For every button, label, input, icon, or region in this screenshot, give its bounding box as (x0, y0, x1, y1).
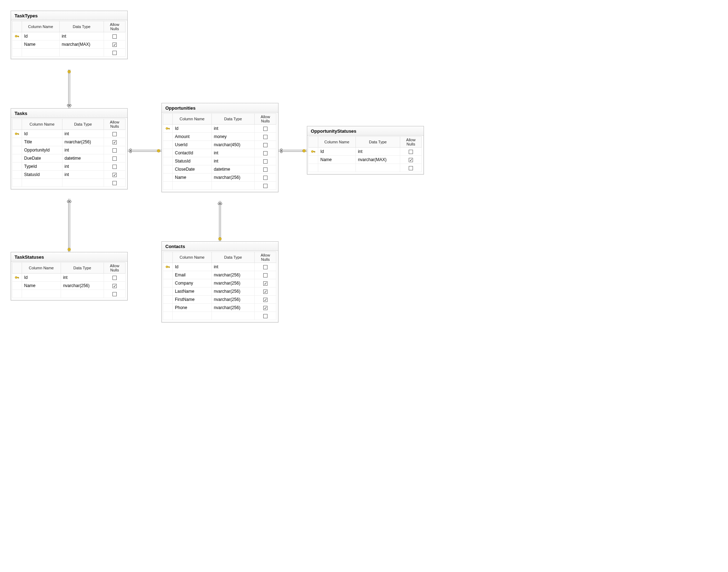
allow-nulls-checkbox[interactable] (263, 143, 268, 147)
allow-nulls-checkbox[interactable] (112, 284, 117, 288)
allow-nulls-checkbox[interactable] (112, 43, 117, 47)
column-type: int (211, 125, 254, 133)
allow-nulls-checkbox[interactable] (409, 150, 413, 154)
allow-nulls-checkbox[interactable] (112, 173, 117, 177)
allow-nulls-checkbox[interactable] (263, 159, 268, 164)
svg-point-9 (69, 200, 71, 202)
column-type: int (62, 130, 104, 138)
column-row-empty[interactable] (12, 179, 126, 187)
allow-nulls-checkbox[interactable] (409, 158, 413, 162)
column-row[interactable]: Idint (163, 263, 276, 271)
allow-nulls-checkbox[interactable] (112, 148, 117, 153)
entity-contacts[interactable]: ContactsColumn NameData TypeAllow NullsI… (161, 241, 278, 323)
allow-nulls-checkbox[interactable] (263, 314, 268, 318)
allow-nulls-checkbox[interactable] (112, 181, 117, 185)
allow-nulls-checkbox[interactable] (112, 276, 117, 280)
allow-nulls-checkbox[interactable] (263, 184, 268, 188)
column-row[interactable]: StatusIdint (163, 157, 276, 165)
entity-tasks[interactable]: TasksColumn NameData TypeAllow NullsIdin… (11, 108, 128, 189)
allow-nulls-checkbox[interactable] (263, 176, 268, 180)
header-column-name: Column Name (22, 21, 60, 32)
column-name: Id (22, 130, 62, 138)
allow-nulls-checkbox[interactable] (112, 165, 117, 169)
column-row[interactable]: Namenvarchar(MAX) (12, 40, 126, 49)
column-row[interactable]: LastNamenvarchar(256) (163, 287, 276, 296)
column-row[interactable]: Idint (12, 130, 126, 138)
column-row[interactable]: Namenvarchar(256) (12, 282, 126, 290)
column-type: nvarchar(256) (211, 174, 254, 182)
column-row[interactable]: ContactIdint (163, 149, 276, 157)
column-row[interactable]: Idint (12, 274, 126, 282)
column-row[interactable]: Namenvarchar(256) (163, 174, 276, 182)
column-row[interactable]: Phonenvarchar(256) (163, 304, 276, 312)
allow-nulls-checkbox[interactable] (112, 140, 117, 144)
columns-grid: Column NameData TypeAllow NullsIdintAmou… (163, 113, 276, 190)
header-allow-nulls: Allow Nulls (104, 263, 126, 274)
allow-nulls-checkbox[interactable] (409, 166, 413, 170)
column-type: int (62, 163, 104, 171)
entity-taskstatuses[interactable]: TaskStatusesColumn NameData TypeAllow Nu… (11, 252, 128, 301)
column-row-empty[interactable] (309, 164, 422, 172)
column-row[interactable]: Idint (309, 148, 422, 156)
primary-key-icon (165, 264, 170, 269)
column-row[interactable]: FirstNamenvarchar(256) (163, 296, 276, 304)
column-row[interactable]: DueDatedatetime (12, 154, 126, 163)
column-row-empty[interactable] (163, 312, 276, 320)
allow-nulls-checkbox[interactable] (263, 127, 268, 131)
allow-nulls-checkbox[interactable] (263, 281, 268, 286)
svg-point-20 (280, 149, 282, 150)
column-row[interactable]: OpportunityIdint (12, 146, 126, 154)
column-row[interactable]: Idint (12, 32, 126, 40)
allow-nulls-checkbox[interactable] (112, 34, 117, 39)
primary-key-icon (311, 149, 316, 154)
svg-point-11 (69, 249, 70, 250)
primary-key-icon (165, 126, 170, 131)
column-row[interactable]: Namenvarchar(MAX) (309, 156, 422, 164)
entity-opportunitystatuses[interactable]: OpportunityStatusesColumn NameData TypeA… (307, 126, 424, 175)
column-row[interactable]: TypeIdint (12, 163, 126, 171)
header-column-name: Column Name (173, 252, 212, 263)
allow-nulls-checkbox[interactable] (263, 135, 268, 139)
entity-title: TaskStatuses (11, 252, 127, 262)
allow-nulls-checkbox[interactable] (112, 132, 117, 136)
column-row[interactable]: Companynvarchar(256) (163, 279, 276, 287)
column-row[interactable]: Idint (163, 125, 276, 133)
column-name: UserId (173, 141, 212, 149)
allow-nulls-checkbox[interactable] (263, 265, 268, 269)
header-allow-nulls: Allow Nulls (400, 137, 422, 148)
allow-nulls-checkbox[interactable] (263, 298, 268, 302)
allow-nulls-checkbox[interactable] (263, 290, 268, 294)
column-name: Id (318, 148, 356, 156)
column-row[interactable]: Amountmoney (163, 133, 276, 141)
allow-nulls-checkbox[interactable] (263, 273, 268, 277)
svg-rect-36 (18, 134, 18, 135)
header-allow-nulls: Allow Nulls (104, 21, 126, 32)
entity-opportunities[interactable]: OpportunitiesColumn NameData TypeAllow N… (161, 103, 278, 192)
column-row-empty[interactable] (163, 182, 276, 190)
entity-tasktypes[interactable]: TaskTypesColumn NameData TypeAllow Nulls… (11, 11, 128, 59)
column-row[interactable]: Titlenvarchar(256) (12, 138, 126, 146)
allow-nulls-checkbox[interactable] (112, 292, 117, 296)
allow-nulls-checkbox[interactable] (112, 156, 117, 161)
header-column-name: Column Name (22, 119, 62, 130)
allow-nulls-checkbox[interactable] (263, 167, 268, 172)
columns-grid: Column NameData TypeAllow NullsIdintName… (12, 262, 126, 298)
column-row-empty[interactable] (12, 290, 126, 298)
column-row-empty[interactable] (12, 49, 126, 57)
header-column-name: Column Name (173, 114, 212, 125)
column-row[interactable]: CloseDatedatetime (163, 165, 276, 174)
columns-grid: Column NameData TypeAllow NullsIdintTitl… (12, 119, 126, 187)
column-name: Name (318, 156, 356, 164)
allow-nulls-checkbox[interactable] (263, 151, 268, 155)
svg-rect-47 (168, 267, 170, 268)
column-name: Amount (173, 133, 212, 141)
primary-key-icon (15, 275, 20, 280)
svg-point-21 (280, 151, 282, 153)
allow-nulls-checkbox[interactable] (263, 306, 268, 310)
column-row[interactable]: StatusIdint (12, 171, 126, 179)
entity-title: Opportunities (162, 103, 278, 112)
allow-nulls-checkbox[interactable] (112, 51, 117, 55)
column-row[interactable]: UserIdnvarchar(450) (163, 141, 276, 149)
column-row[interactable]: Emailnvarchar(256) (163, 271, 276, 279)
column-name: Email (173, 271, 212, 279)
